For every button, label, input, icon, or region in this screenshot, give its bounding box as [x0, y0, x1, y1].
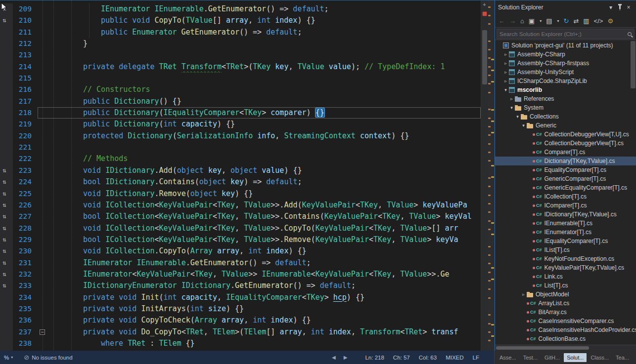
code-text[interactable]: bool ICollection<KeyValuePair<TKey, TVal…	[47, 234, 481, 245]
scrollbar-split-grip-icon[interactable]: +	[481, 1, 488, 7]
close-icon[interactable]: ×	[624, 4, 633, 11]
code-text[interactable]: private void Init(int capacity, IEqualit…	[47, 292, 481, 303]
code-line-223[interactable]: ⇅223void IDictionary.Add(object key, obj…	[0, 165, 481, 176]
fold-margin[interactable]	[38, 269, 47, 280]
code-text[interactable]: bool IDictionary.Contains(object key) =>…	[47, 176, 481, 188]
code-line-236[interactable]: 236private void CopyToCheck(Array array,…	[0, 315, 481, 326]
glyph-margin[interactable]: ⇅	[0, 223, 13, 234]
code-line-232[interactable]: ⇅232IEnumerator<KeyValuePair<TKey, TValu…	[0, 269, 481, 280]
tree-item[interactable]: C#ICollection[T].cs	[495, 192, 636, 201]
tree-item[interactable]: C#KeyNotFoundException.cs	[495, 254, 636, 263]
implements-interface-icon[interactable]: ⇅	[2, 200, 6, 211]
tree-item[interactable]: C#EqualityComparer[T].cs	[495, 165, 636, 174]
glyph-margin[interactable]	[0, 38, 13, 49]
glyph-margin[interactable]: ⇅	[0, 269, 13, 280]
code-line-217[interactable]: 217public Dictionary() {}	[0, 96, 481, 107]
implements-interface-icon[interactable]: ⇅	[2, 223, 6, 234]
code-line-235[interactable]: 235private void InitArrays(int size) {}	[0, 303, 481, 315]
glyph-margin[interactable]	[0, 142, 13, 153]
expander-collapsed-icon[interactable]: ▹	[508, 96, 515, 101]
properties-icon[interactable]: ⚙	[607, 18, 613, 24]
code-text[interactable]: void IDictionary.Add(object key, object …	[47, 165, 481, 176]
fold-margin[interactable]	[38, 119, 47, 130]
code-line-229[interactable]: ⇅229bool ICollection<KeyValuePair<TKey, …	[0, 234, 481, 245]
glyph-margin[interactable]	[0, 27, 13, 38]
code-line-231[interactable]: ⇅231IEnumerator IEnumerable.GetEnumerato…	[0, 257, 481, 269]
implements-interface-icon[interactable]: ⇅	[2, 234, 6, 245]
glyph-margin[interactable]: ⇅	[0, 15, 13, 26]
code-editor[interactable]: ⇅209IEnumerator IEnumerable.GetEnumerato…	[0, 0, 481, 351]
code-text[interactable]: protected Dictionary(SerializationInfo i…	[47, 130, 481, 142]
chevron-down-icon[interactable]: ▾	[540, 19, 542, 23]
code-line-238[interactable]: 238where TRet : TElem {}	[0, 338, 481, 349]
eol-indicator[interactable]: LF	[473, 355, 479, 361]
editor-vertical-scrollbar[interactable]: +	[481, 0, 488, 351]
glyph-margin[interactable]: ⇅	[0, 280, 13, 291]
glyph-margin[interactable]: ⇅	[0, 188, 13, 200]
views-dropdown-icon[interactable]: ▣	[529, 18, 535, 24]
code-text[interactable]: IDictionaryEnumerator IDictionary.GetEnu…	[47, 280, 481, 291]
tree-item[interactable]: C#CollectionDebuggerView[T].cs	[495, 139, 636, 148]
glyph-margin[interactable]	[0, 292, 13, 303]
issues-indicator[interactable]: ⊘ No issues found	[24, 354, 72, 361]
pin-icon[interactable]	[615, 4, 624, 11]
tree-item[interactable]: ▾mscorlib	[495, 85, 636, 94]
tool-window-tab[interactable]: Solut...	[564, 353, 587, 362]
fold-margin[interactable]	[38, 84, 47, 95]
code-line-213[interactable]: 213	[0, 49, 481, 61]
tool-window-tab[interactable]: GitH...	[542, 353, 563, 362]
glyph-margin[interactable]	[0, 84, 13, 95]
fold-margin[interactable]	[38, 27, 47, 38]
glyph-margin[interactable]: ⇅	[0, 200, 13, 211]
home-icon[interactable]: ⌂	[520, 18, 524, 24]
fold-collapse-button[interactable]: −	[40, 329, 45, 335]
code-text[interactable]: void IDictionary.Remove(object key) {}	[47, 188, 481, 200]
sync-active-document-icon[interactable]: ⇄	[573, 18, 579, 24]
search-input[interactable]	[500, 31, 628, 37]
glyph-margin[interactable]	[0, 96, 13, 107]
code-text[interactable]	[47, 49, 481, 61]
code-line-214[interactable]: 214private delegate TRet Transform<TRet>…	[0, 61, 481, 73]
code-text[interactable]: void ICollection<KeyValuePair<TKey, TVal…	[47, 200, 481, 211]
tree-item[interactable]: ▾Collections	[495, 112, 636, 121]
fold-margin[interactable]	[38, 49, 47, 61]
error-marker-icon[interactable]	[482, 11, 487, 16]
window-position-icon[interactable]: ▾	[606, 4, 615, 11]
glyph-margin[interactable]	[0, 326, 13, 338]
tool-window-tab[interactable]: Test...	[520, 353, 541, 362]
glyph-margin[interactable]	[0, 61, 13, 73]
code-line-233[interactable]: ⇅233IDictionaryEnumerator IDictionary.Ge…	[0, 280, 481, 291]
fold-margin[interactable]	[38, 292, 47, 303]
tree-item[interactable]: C#ArrayList.cs	[495, 299, 636, 308]
fold-margin[interactable]	[38, 303, 47, 315]
view-code-icon[interactable]: </>	[594, 18, 603, 24]
tree-item[interactable]: C#CollectionBase.cs	[495, 334, 636, 343]
code-text[interactable]: private void InitArrays(int size) {}	[47, 303, 481, 315]
expander-expanded-icon[interactable]: ▾	[514, 114, 521, 119]
expander-collapsed-icon[interactable]: ▹	[502, 70, 509, 75]
code-line-209[interactable]: ⇅209IEnumerator IEnumerable.GetEnumerato…	[0, 3, 481, 15]
tool-window-tab[interactable]: Tea...	[613, 353, 632, 362]
glyph-margin[interactable]	[0, 130, 13, 142]
glyph-margin[interactable]	[0, 153, 13, 164]
code-line-210[interactable]: ⇅210public void CopyTo(TValue[] array, i…	[0, 15, 481, 26]
implements-interface-icon[interactable]: ⇅	[2, 280, 6, 291]
tree-item[interactable]: C#IEnumerator[T].cs	[495, 228, 636, 237]
fold-margin[interactable]	[38, 153, 47, 164]
expander-expanded-icon[interactable]: ▾	[520, 123, 527, 128]
code-text[interactable]: }	[47, 38, 481, 49]
tree-item[interactable]: ▹ObjectModel	[495, 290, 636, 299]
code-line-216[interactable]: 216// Constructors	[0, 84, 481, 95]
tree-item[interactable]: ▹Assembly-CSharp	[495, 50, 636, 59]
tree-item[interactable]: C#List[T].cs	[495, 281, 636, 290]
glyph-margin[interactable]	[0, 338, 13, 349]
tree-item[interactable]: C#IDictionary[TKey,TValue].cs	[495, 210, 636, 219]
tree-item[interactable]: ▹References	[495, 94, 636, 103]
tree-item[interactable]: C#IEnumerable[T].cs	[495, 219, 636, 228]
tree-item[interactable]: C#BitArray.cs	[495, 308, 636, 317]
glyph-margin[interactable]	[0, 315, 13, 326]
expander-expanded-icon[interactable]: ▾	[508, 105, 515, 110]
tool-window-tab[interactable]: Class...	[588, 353, 612, 362]
fold-margin[interactable]	[38, 107, 47, 119]
tree-item[interactable]: Solution 'project-gui' (11 of 11 project…	[495, 41, 636, 50]
